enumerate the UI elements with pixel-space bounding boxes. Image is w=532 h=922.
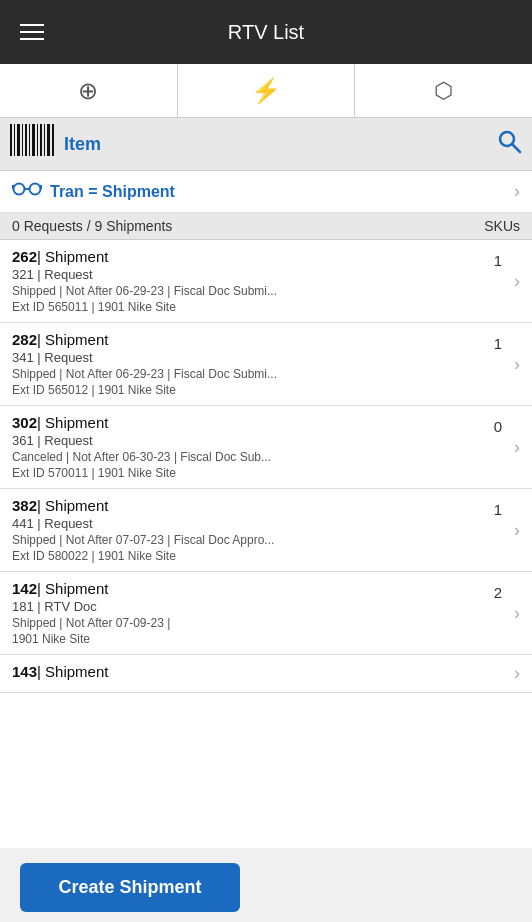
item-chevron-icon: › xyxy=(508,331,520,397)
tab-lightning[interactable]: ⚡ xyxy=(178,64,356,117)
svg-rect-8 xyxy=(40,124,42,156)
svg-rect-0 xyxy=(10,124,12,156)
svg-rect-5 xyxy=(29,124,30,156)
item-status: Canceled | Not After 06-30-23 | Fiscal D… xyxy=(12,450,494,464)
item-ext: Ext ID 570011 | 1901 Nike Site xyxy=(12,466,494,480)
item-subtitle: 321 | Request xyxy=(12,267,494,282)
tran-chevron-icon: › xyxy=(514,181,520,202)
tab-add[interactable]: ⊕ xyxy=(0,64,178,117)
barcode-icon xyxy=(10,124,54,164)
item-chevron-icon: › xyxy=(508,663,520,684)
glasses-icon xyxy=(12,181,42,202)
item-chevron-icon: › xyxy=(508,414,520,480)
svg-point-15 xyxy=(30,184,41,195)
list-item-content: 143| Shipment xyxy=(12,663,502,684)
list-item[interactable]: 282| Shipment 341 | Request Shipped | No… xyxy=(0,323,532,406)
list-item-content: 262| Shipment 321 | Request Shipped | No… xyxy=(12,248,494,314)
tran-filter-row[interactable]: Tran = Shipment › xyxy=(0,171,532,213)
list-item-content: 302| Shipment 361 | Request Canceled | N… xyxy=(12,414,494,480)
list-item[interactable]: 142| Shipment 181 | RTV Doc Shipped | No… xyxy=(0,572,532,655)
filter-bar: Item xyxy=(0,118,532,171)
item-sku: 0 xyxy=(494,414,502,480)
cube-icon: ⬡ xyxy=(434,78,453,104)
svg-rect-6 xyxy=(32,124,35,156)
summary-skus-label: SKUs xyxy=(484,218,520,234)
item-sku: 1 xyxy=(494,497,502,563)
item-title: 142| Shipment xyxy=(12,580,494,597)
item-title: 282| Shipment xyxy=(12,331,494,348)
item-ext: Ext ID 565012 | 1901 Nike Site xyxy=(12,383,494,397)
item-status: Shipped | Not After 07-07-23 | Fiscal Do… xyxy=(12,533,494,547)
summary-row: 0 Requests / 9 Shipments SKUs xyxy=(0,213,532,240)
list-item[interactable]: 382| Shipment 441 | Request Shipped | No… xyxy=(0,489,532,572)
item-chevron-icon: › xyxy=(508,580,520,646)
page-title: RTV List xyxy=(228,21,304,44)
svg-rect-9 xyxy=(44,124,45,156)
tran-label: Tran = Shipment xyxy=(50,183,514,201)
item-title: 302| Shipment xyxy=(12,414,494,431)
svg-rect-11 xyxy=(52,124,54,156)
item-subtitle: 441 | Request xyxy=(12,516,494,531)
create-shipment-button[interactable]: Create Shipment xyxy=(20,863,240,912)
item-title: 143| Shipment xyxy=(12,663,502,680)
bottom-bar: Create Shipment xyxy=(0,852,532,922)
list-item-content: 382| Shipment 441 | Request Shipped | No… xyxy=(12,497,494,563)
item-subtitle: 181 | RTV Doc xyxy=(12,599,494,614)
shipment-list: 262| Shipment 321 | Request Shipped | No… xyxy=(0,240,532,848)
item-subtitle: 341 | Request xyxy=(12,350,494,365)
svg-rect-4 xyxy=(25,124,27,156)
list-item[interactable]: 302| Shipment 361 | Request Canceled | N… xyxy=(0,406,532,489)
svg-point-14 xyxy=(14,184,25,195)
list-item-content: 282| Shipment 341 | Request Shipped | No… xyxy=(12,331,494,397)
item-title: 382| Shipment xyxy=(12,497,494,514)
item-subtitle: 361 | Request xyxy=(12,433,494,448)
summary-text: 0 Requests / 9 Shipments xyxy=(12,218,172,234)
list-item[interactable]: 143| Shipment › xyxy=(0,655,532,693)
list-item[interactable]: 262| Shipment 321 | Request Shipped | No… xyxy=(0,240,532,323)
item-status: Shipped | Not After 06-29-23 | Fiscal Do… xyxy=(12,284,494,298)
item-ext: Ext ID 565011 | 1901 Nike Site xyxy=(12,300,494,314)
svg-line-13 xyxy=(513,145,521,153)
lightning-icon: ⚡ xyxy=(251,77,281,105)
item-chevron-icon: › xyxy=(508,248,520,314)
svg-rect-3 xyxy=(22,124,23,156)
header: RTV List xyxy=(0,0,532,64)
item-sku: 2 xyxy=(494,580,502,646)
search-button[interactable] xyxy=(496,128,522,160)
menu-button[interactable] xyxy=(20,24,44,40)
svg-rect-1 xyxy=(14,124,15,156)
svg-rect-2 xyxy=(17,124,20,156)
item-sku: 1 xyxy=(494,248,502,314)
item-status: Shipped | Not After 06-29-23 | Fiscal Do… xyxy=(12,367,494,381)
tab-bar: ⊕ ⚡ ⬡ xyxy=(0,64,532,118)
item-status: Shipped | Not After 07-09-23 | xyxy=(12,616,494,630)
svg-rect-7 xyxy=(37,124,38,156)
item-ext: Ext ID 580022 | 1901 Nike Site xyxy=(12,549,494,563)
item-sku: 1 xyxy=(494,331,502,397)
list-item-content: 142| Shipment 181 | RTV Doc Shipped | No… xyxy=(12,580,494,646)
item-chevron-icon: › xyxy=(508,497,520,563)
add-icon: ⊕ xyxy=(78,77,98,105)
svg-rect-10 xyxy=(47,124,50,156)
tab-cube[interactable]: ⬡ xyxy=(355,64,532,117)
item-title: 262| Shipment xyxy=(12,248,494,265)
filter-label: Item xyxy=(64,134,486,155)
item-ext: 1901 Nike Site xyxy=(12,632,494,646)
